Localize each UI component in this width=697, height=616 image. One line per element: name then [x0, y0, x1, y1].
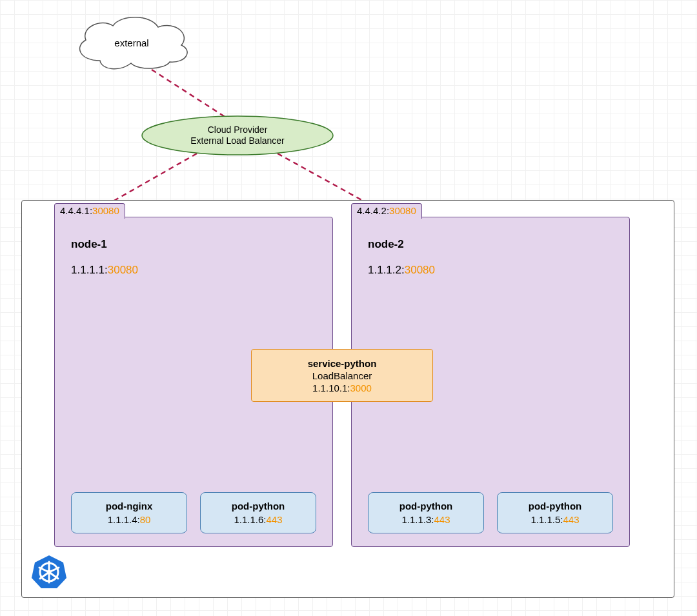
- ip-text: 1.1.1.6: [234, 514, 263, 525]
- ip-text: 4.4.4.2: [357, 205, 387, 216]
- ip-text: 4.4.4.1: [60, 205, 90, 216]
- node-2-external-ip: 4.4.4.2:30080: [351, 203, 422, 219]
- port-text: 30080: [389, 205, 416, 216]
- service-python: service-python LoadBalancer 1.1.10.1:300…: [251, 349, 433, 402]
- kubernetes-icon: [31, 553, 67, 590]
- lb-line2: External Load Balancer: [190, 135, 285, 147]
- pod-name: pod-nginx: [72, 501, 187, 512]
- node-1-external-ip: 4.4.4.1:30080: [54, 203, 125, 219]
- node-2-title: node-2: [368, 238, 404, 251]
- diagram-canvas: external Cloud Provider External Load Ba…: [0, 0, 697, 616]
- ip-text: 1.1.1.2: [368, 264, 401, 276]
- external-load-balancer: Cloud Provider External Load Balancer: [141, 115, 334, 156]
- pod-python-n2b: pod-python 1.1.1.5:443: [497, 492, 613, 533]
- port-text: 30080: [92, 205, 119, 216]
- ip-text: 1.1.10.1: [312, 383, 347, 393]
- port-text: 443: [434, 514, 450, 525]
- pod-python-n1: pod-python 1.1.1.6:443: [200, 492, 316, 533]
- lb-line1: Cloud Provider: [190, 124, 285, 136]
- service-type: LoadBalancer: [252, 370, 432, 381]
- port-text: 3000: [350, 383, 372, 393]
- cluster-boundary: 4.4.4.1:30080 node-1 1.1.1.1:30080 pod-n…: [21, 200, 674, 598]
- pod-ip: 1.1.1.4:80: [72, 514, 187, 525]
- pod-nginx: pod-nginx 1.1.1.4:80: [71, 492, 187, 533]
- pod-ip: 1.1.1.6:443: [201, 514, 316, 525]
- port-text: 443: [267, 514, 283, 525]
- node-1-internal-ip: 1.1.1.1:30080: [71, 264, 138, 277]
- pod-name: pod-python: [498, 501, 612, 512]
- ip-text: 1.1.1.1: [71, 264, 105, 276]
- pod-python-n2a: pod-python 1.1.1.3:443: [368, 492, 484, 533]
- ip-text: 1.1.1.3: [401, 514, 431, 525]
- port-text: 30080: [108, 264, 138, 276]
- node-2-internal-ip: 1.1.1.2:30080: [368, 264, 435, 277]
- pod-name: pod-python: [201, 501, 316, 512]
- port-text: 30080: [405, 264, 435, 276]
- ip-text: 1.1.1.4: [108, 514, 137, 525]
- pod-ip: 1.1.1.5:443: [498, 514, 612, 525]
- port-text: 443: [563, 514, 580, 525]
- service-name: service-python: [252, 358, 432, 369]
- service-ip: 1.1.10.1:3000: [252, 383, 432, 393]
- pod-name: pod-python: [369, 501, 483, 512]
- port-text: 80: [140, 514, 151, 525]
- ip-text: 1.1.1.5: [530, 514, 560, 525]
- pod-ip: 1.1.1.3:443: [369, 514, 483, 525]
- lb-label: Cloud Provider External Load Balancer: [141, 115, 334, 156]
- node-1-title: node-1: [71, 238, 107, 251]
- external-cloud: external: [68, 13, 196, 72]
- external-label: external: [68, 13, 196, 72]
